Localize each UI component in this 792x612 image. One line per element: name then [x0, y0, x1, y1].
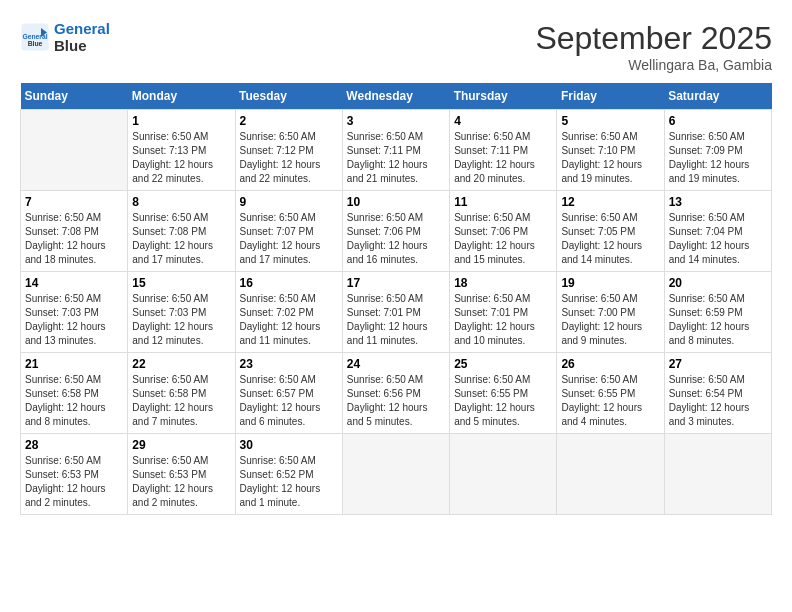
calendar-cell: 6Sunrise: 6:50 AM Sunset: 7:09 PM Daylig… — [664, 110, 771, 191]
calendar-cell: 26Sunrise: 6:50 AM Sunset: 6:55 PM Dayli… — [557, 353, 664, 434]
day-of-week-header: Wednesday — [342, 83, 449, 110]
calendar-cell: 15Sunrise: 6:50 AM Sunset: 7:03 PM Dayli… — [128, 272, 235, 353]
calendar-cell: 2Sunrise: 6:50 AM Sunset: 7:12 PM Daylig… — [235, 110, 342, 191]
day-info: Sunrise: 6:50 AM Sunset: 7:09 PM Dayligh… — [669, 130, 767, 186]
day-info: Sunrise: 6:50 AM Sunset: 6:53 PM Dayligh… — [25, 454, 123, 510]
day-number: 12 — [561, 195, 659, 209]
day-number: 27 — [669, 357, 767, 371]
calendar-cell: 16Sunrise: 6:50 AM Sunset: 7:02 PM Dayli… — [235, 272, 342, 353]
calendar-cell — [342, 434, 449, 515]
day-of-week-header: Saturday — [664, 83, 771, 110]
day-number: 9 — [240, 195, 338, 209]
calendar-cell: 17Sunrise: 6:50 AM Sunset: 7:01 PM Dayli… — [342, 272, 449, 353]
day-info: Sunrise: 6:50 AM Sunset: 7:03 PM Dayligh… — [132, 292, 230, 348]
calendar-cell: 4Sunrise: 6:50 AM Sunset: 7:11 PM Daylig… — [450, 110, 557, 191]
calendar-cell: 28Sunrise: 6:50 AM Sunset: 6:53 PM Dayli… — [21, 434, 128, 515]
day-info: Sunrise: 6:50 AM Sunset: 6:58 PM Dayligh… — [132, 373, 230, 429]
day-info: Sunrise: 6:50 AM Sunset: 6:55 PM Dayligh… — [561, 373, 659, 429]
day-info: Sunrise: 6:50 AM Sunset: 6:59 PM Dayligh… — [669, 292, 767, 348]
calendar-cell: 13Sunrise: 6:50 AM Sunset: 7:04 PM Dayli… — [664, 191, 771, 272]
day-info: Sunrise: 6:50 AM Sunset: 7:01 PM Dayligh… — [454, 292, 552, 348]
calendar-cell: 25Sunrise: 6:50 AM Sunset: 6:55 PM Dayli… — [450, 353, 557, 434]
page-header: General Blue General Blue September 2025… — [20, 20, 772, 73]
calendar-header-row: SundayMondayTuesdayWednesdayThursdayFrid… — [21, 83, 772, 110]
calendar-cell: 22Sunrise: 6:50 AM Sunset: 6:58 PM Dayli… — [128, 353, 235, 434]
month-title: September 2025 — [535, 20, 772, 57]
calendar-table: SundayMondayTuesdayWednesdayThursdayFrid… — [20, 83, 772, 515]
calendar-cell: 30Sunrise: 6:50 AM Sunset: 6:52 PM Dayli… — [235, 434, 342, 515]
day-number: 11 — [454, 195, 552, 209]
day-number: 10 — [347, 195, 445, 209]
day-number: 23 — [240, 357, 338, 371]
day-info: Sunrise: 6:50 AM Sunset: 7:11 PM Dayligh… — [347, 130, 445, 186]
day-info: Sunrise: 6:50 AM Sunset: 7:01 PM Dayligh… — [347, 292, 445, 348]
calendar-cell: 10Sunrise: 6:50 AM Sunset: 7:06 PM Dayli… — [342, 191, 449, 272]
day-number: 14 — [25, 276, 123, 290]
calendar-cell: 18Sunrise: 6:50 AM Sunset: 7:01 PM Dayli… — [450, 272, 557, 353]
day-of-week-header: Tuesday — [235, 83, 342, 110]
calendar-cell: 29Sunrise: 6:50 AM Sunset: 6:53 PM Dayli… — [128, 434, 235, 515]
day-info: Sunrise: 6:50 AM Sunset: 7:06 PM Dayligh… — [454, 211, 552, 267]
calendar-cell: 27Sunrise: 6:50 AM Sunset: 6:54 PM Dayli… — [664, 353, 771, 434]
calendar-cell: 14Sunrise: 6:50 AM Sunset: 7:03 PM Dayli… — [21, 272, 128, 353]
day-info: Sunrise: 6:50 AM Sunset: 6:58 PM Dayligh… — [25, 373, 123, 429]
day-info: Sunrise: 6:50 AM Sunset: 7:02 PM Dayligh… — [240, 292, 338, 348]
day-info: Sunrise: 6:50 AM Sunset: 7:10 PM Dayligh… — [561, 130, 659, 186]
day-number: 29 — [132, 438, 230, 452]
day-number: 2 — [240, 114, 338, 128]
day-number: 3 — [347, 114, 445, 128]
calendar-week-row: 14Sunrise: 6:50 AM Sunset: 7:03 PM Dayli… — [21, 272, 772, 353]
calendar-cell: 24Sunrise: 6:50 AM Sunset: 6:56 PM Dayli… — [342, 353, 449, 434]
day-number: 28 — [25, 438, 123, 452]
logo-icon: General Blue — [20, 22, 50, 52]
calendar-cell: 21Sunrise: 6:50 AM Sunset: 6:58 PM Dayli… — [21, 353, 128, 434]
day-info: Sunrise: 6:50 AM Sunset: 6:55 PM Dayligh… — [454, 373, 552, 429]
day-info: Sunrise: 6:50 AM Sunset: 7:07 PM Dayligh… — [240, 211, 338, 267]
day-number: 20 — [669, 276, 767, 290]
logo-general: General — [54, 20, 110, 37]
day-info: Sunrise: 6:50 AM Sunset: 7:04 PM Dayligh… — [669, 211, 767, 267]
day-info: Sunrise: 6:50 AM Sunset: 7:13 PM Dayligh… — [132, 130, 230, 186]
calendar-cell — [664, 434, 771, 515]
day-number: 5 — [561, 114, 659, 128]
day-of-week-header: Thursday — [450, 83, 557, 110]
day-of-week-header: Monday — [128, 83, 235, 110]
logo: General Blue General Blue — [20, 20, 110, 54]
day-number: 22 — [132, 357, 230, 371]
calendar-cell: 23Sunrise: 6:50 AM Sunset: 6:57 PM Dayli… — [235, 353, 342, 434]
day-number: 6 — [669, 114, 767, 128]
calendar-cell: 7Sunrise: 6:50 AM Sunset: 7:08 PM Daylig… — [21, 191, 128, 272]
calendar-cell: 8Sunrise: 6:50 AM Sunset: 7:08 PM Daylig… — [128, 191, 235, 272]
day-info: Sunrise: 6:50 AM Sunset: 7:11 PM Dayligh… — [454, 130, 552, 186]
svg-text:Blue: Blue — [28, 40, 43, 47]
calendar-cell: 9Sunrise: 6:50 AM Sunset: 7:07 PM Daylig… — [235, 191, 342, 272]
calendar-week-row: 28Sunrise: 6:50 AM Sunset: 6:53 PM Dayli… — [21, 434, 772, 515]
day-info: Sunrise: 6:50 AM Sunset: 7:06 PM Dayligh… — [347, 211, 445, 267]
day-number: 25 — [454, 357, 552, 371]
day-info: Sunrise: 6:50 AM Sunset: 7:08 PM Dayligh… — [25, 211, 123, 267]
day-info: Sunrise: 6:50 AM Sunset: 6:56 PM Dayligh… — [347, 373, 445, 429]
calendar-cell — [21, 110, 128, 191]
calendar-week-row: 1Sunrise: 6:50 AM Sunset: 7:13 PM Daylig… — [21, 110, 772, 191]
day-number: 13 — [669, 195, 767, 209]
calendar-cell: 11Sunrise: 6:50 AM Sunset: 7:06 PM Dayli… — [450, 191, 557, 272]
day-number: 24 — [347, 357, 445, 371]
calendar-cell: 3Sunrise: 6:50 AM Sunset: 7:11 PM Daylig… — [342, 110, 449, 191]
logo-blue: Blue — [54, 37, 110, 54]
day-number: 8 — [132, 195, 230, 209]
calendar-week-row: 7Sunrise: 6:50 AM Sunset: 7:08 PM Daylig… — [21, 191, 772, 272]
day-number: 18 — [454, 276, 552, 290]
calendar-cell: 20Sunrise: 6:50 AM Sunset: 6:59 PM Dayli… — [664, 272, 771, 353]
day-number: 26 — [561, 357, 659, 371]
day-info: Sunrise: 6:50 AM Sunset: 7:03 PM Dayligh… — [25, 292, 123, 348]
title-block: September 2025 Wellingara Ba, Gambia — [535, 20, 772, 73]
calendar-week-row: 21Sunrise: 6:50 AM Sunset: 6:58 PM Dayli… — [21, 353, 772, 434]
day-number: 1 — [132, 114, 230, 128]
day-info: Sunrise: 6:50 AM Sunset: 6:54 PM Dayligh… — [669, 373, 767, 429]
day-info: Sunrise: 6:50 AM Sunset: 7:12 PM Dayligh… — [240, 130, 338, 186]
day-number: 30 — [240, 438, 338, 452]
calendar-cell: 12Sunrise: 6:50 AM Sunset: 7:05 PM Dayli… — [557, 191, 664, 272]
calendar-cell: 19Sunrise: 6:50 AM Sunset: 7:00 PM Dayli… — [557, 272, 664, 353]
day-number: 17 — [347, 276, 445, 290]
day-number: 21 — [25, 357, 123, 371]
